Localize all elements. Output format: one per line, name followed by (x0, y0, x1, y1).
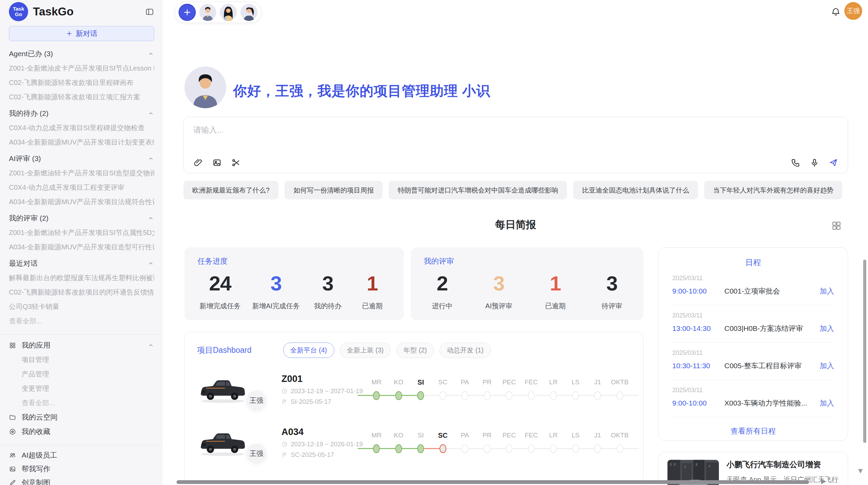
sidebar-item-label: 帮我写作 (22, 465, 50, 473)
pen-icon (9, 479, 16, 485)
sidebar-task-item[interactable]: Z001-全新燃油轻卡产品开发项目SI造型提交物评审 (9, 169, 154, 177)
notification-bell-icon[interactable] (831, 7, 841, 17)
sidebar-app-item[interactable]: 查看全部... (22, 399, 154, 407)
project-dashboard-card: 项目Dashboard 全新平台 (4)全新上装 (3)年型 (2)动总开发 (… (184, 332, 643, 485)
sidebar-section-header[interactable]: AI评审 (3) (9, 155, 154, 162)
composer-left-tools (193, 158, 241, 167)
sidebar-section-title: 最近对话 (9, 260, 38, 267)
stat: 1已逾期 (356, 273, 389, 311)
sidebar-item-label: 我的收藏 (22, 428, 50, 435)
horizontal-scrollbar[interactable] (177, 480, 809, 484)
project-row[interactable]: 王强Z0012023-12-19 ~ 2027-01-19SI-2025-05-… (197, 372, 631, 407)
flag-icon (281, 399, 288, 405)
milestone-label: FEC (520, 378, 543, 386)
member-avatar[interactable] (240, 4, 257, 21)
chat-input[interactable] (193, 125, 838, 146)
voice-call-icon[interactable] (791, 158, 800, 167)
milestone-dot (572, 444, 579, 453)
sidebar-item-label: 我的云空间 (22, 413, 58, 421)
stat-value: 3 (482, 273, 515, 294)
dashboard-header: 项目Dashboard 全新平台 (4)全新上装 (3)年型 (2)动总开发 (… (185, 332, 643, 358)
sidebar-recent-item[interactable]: C02-飞腾新能源轻客改款项目的闭环通告反馈情况 (9, 288, 154, 296)
sidebar-section-title: 我的评审 (2) (9, 214, 49, 222)
sidebar-task-item[interactable]: C02-飞腾新能源轻客改款项目里程碑画布 (9, 79, 154, 86)
join-button[interactable]: 加入 (820, 361, 834, 371)
sidebar-app-item[interactable]: 产品管理 (22, 370, 154, 378)
suggestion-chip[interactable]: 如何写一份清晰的项目周报 (285, 181, 383, 199)
sidebar-task-item[interactable]: C0X4-动力总成开发项目SI里程碑提交物检查 (9, 124, 154, 132)
milestone-track: MRKOSISCPAPRPECFECLRLSJ1OKTB (365, 432, 631, 454)
divider (0, 334, 163, 335)
member-avatar[interactable] (199, 4, 216, 21)
milestone-label: OKTB (609, 432, 631, 439)
sidebar-task-item[interactable]: Z001-全新燃油皮卡产品开发项目SI节点Lesson Learn报告 (9, 64, 154, 72)
user-avatar[interactable]: 王强 (844, 2, 862, 20)
people-icon (9, 452, 16, 459)
dashboard-filter-chip[interactable]: 全新上装 (3) (340, 343, 391, 358)
briefing-layout-icon[interactable] (831, 221, 842, 231)
stat-label: 我的待办 (311, 301, 344, 311)
stat: 24新增完成任务 (200, 273, 241, 311)
milestone-label: PR (476, 378, 498, 386)
microphone-icon[interactable] (810, 158, 819, 167)
dashboard-filter-chip[interactable]: 全新平台 (4) (283, 343, 334, 358)
sidebar-app-item[interactable]: 变更管理 (22, 385, 154, 392)
sidebar-section-header[interactable]: 我的评审 (2) (9, 214, 154, 222)
sidebar-section-header[interactable]: 最近对话 (9, 260, 154, 267)
add-session-button[interactable] (179, 4, 196, 21)
sidebar-section-header[interactable]: 我的待办 (2) (9, 110, 154, 117)
view-all-conversations-link[interactable]: 查看全部... (9, 317, 154, 325)
sidebar-task-item[interactable]: Z001-全新燃油轻卡产品开发项目SI节点属性5D文件评审 (9, 229, 154, 236)
image-upload-icon[interactable] (212, 158, 222, 167)
sidebar-task-item[interactable]: A034-全新新能源MUV产品开发项目计划变更表编写 (9, 138, 154, 146)
sidebar-item-my-apps[interactable]: 我的应用 (9, 341, 154, 349)
sidebar-recent-item[interactable]: 解释最新出台的欧盟报废车法规再生塑料比例被调至15%... (9, 274, 154, 282)
milestone-label: PA (454, 378, 476, 386)
suggestion-chip[interactable]: 欧洲新规最近颁布了什么? (183, 181, 278, 199)
vertical-scrollbar[interactable] (863, 260, 866, 443)
dashboard-filter-chip[interactable]: 动总开发 (1) (439, 343, 491, 358)
sidebar-item-star[interactable]: 我的收藏 (9, 428, 154, 435)
sidebar-section-header[interactable]: Agent已办 (3) (9, 50, 154, 58)
suggestion-chip[interactable]: 当下年轻人对汽车外观有怎样的喜好趋势 (704, 181, 842, 199)
new-chat-button[interactable]: 新对话 (9, 26, 154, 41)
project-row[interactable]: 王强A0342023-12-19 ~ 2026-01-19SC-2025-05-… (197, 425, 631, 460)
chat-composer (183, 117, 848, 173)
sidebar-task-item[interactable]: C02-飞腾新能源轻客改款项目立项汇报方案 (9, 93, 154, 101)
attachment-icon[interactable] (193, 158, 203, 167)
event-time: 10:30-11:30 (672, 362, 724, 370)
sidebar-item-folder[interactable]: 我的云空间 (9, 413, 154, 421)
chevron-up-icon (147, 155, 154, 162)
screenshot-icon[interactable] (231, 158, 241, 167)
scroll-right-arrow[interactable]: ▶ (821, 477, 826, 485)
sidebar-recent-section: 最近对话解释最新出台的欧盟报废车法规再生塑料比例被调至15%...C02-飞腾新… (9, 260, 154, 325)
event-time: 9:00-10:00 (672, 399, 724, 407)
dashboard-filter-chip[interactable]: 年型 (2) (396, 343, 434, 358)
sidebar-task-item[interactable]: A034-全新新能源MUV产品开发项目造型可行性评审 (9, 243, 154, 251)
view-all-schedule-link[interactable]: 查看所有日程 (672, 426, 834, 436)
project-info: A0342023-12-19 ~ 2026-01-19SC-2025-05-17 (281, 427, 362, 459)
milestone-dot (417, 444, 424, 453)
scroll-down-arrow[interactable]: ▼ (857, 467, 864, 475)
suggestion-chip[interactable]: 比亚迪全固态电池计划具体说了什么 (573, 181, 698, 199)
app-logo: Task Go (9, 2, 28, 21)
sidebar-item-pen[interactable]: 创意制图 (9, 479, 154, 485)
sidebar-collapse-icon[interactable] (145, 7, 154, 16)
member-avatar[interactable] (220, 4, 237, 21)
sidebar-task-item[interactable]: C0X4-动力总成开发项目工程变更评审 (9, 184, 154, 191)
sidebar-recent-item[interactable]: 公司Q3轻卡销量 (9, 303, 154, 310)
sidebar-item-label: AI超级员工 (22, 451, 57, 459)
suggestion-chip[interactable]: 特朗普可能对进口汽车增税会对中国车企造成哪些影响 (389, 181, 567, 199)
send-icon[interactable] (829, 158, 838, 167)
project-dates: 2023-12-19 ~ 2027-01-19 (281, 387, 362, 395)
sidebar-item-people[interactable]: AI超级员工 (9, 451, 154, 459)
sidebar-item-photo[interactable]: 帮我写作 (9, 465, 154, 473)
join-button[interactable]: 加入 (820, 398, 834, 408)
join-button[interactable]: 加入 (820, 286, 834, 296)
join-button[interactable]: 加入 (820, 324, 834, 333)
stat-value: 3 (311, 273, 344, 294)
sidebar-task-item[interactable]: A034-全新新能源MUV产品开发项目法规符合性评审 (9, 198, 154, 206)
milestone-label: J1 (587, 432, 609, 439)
sidebar-app-item[interactable]: 项目管理 (22, 356, 154, 363)
milestone-dot (373, 391, 380, 400)
